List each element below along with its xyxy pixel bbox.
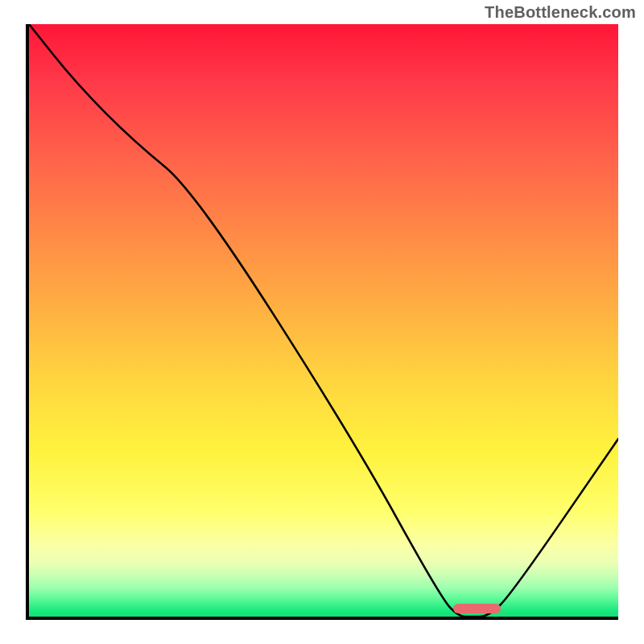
watermark-text: TheBottleneck.com [485,3,636,22]
bottleneck-curve [29,24,618,617]
plot-area [26,24,618,620]
optimal-range-indicator [453,604,501,613]
chart-container: TheBottleneck.com [0,0,644,644]
